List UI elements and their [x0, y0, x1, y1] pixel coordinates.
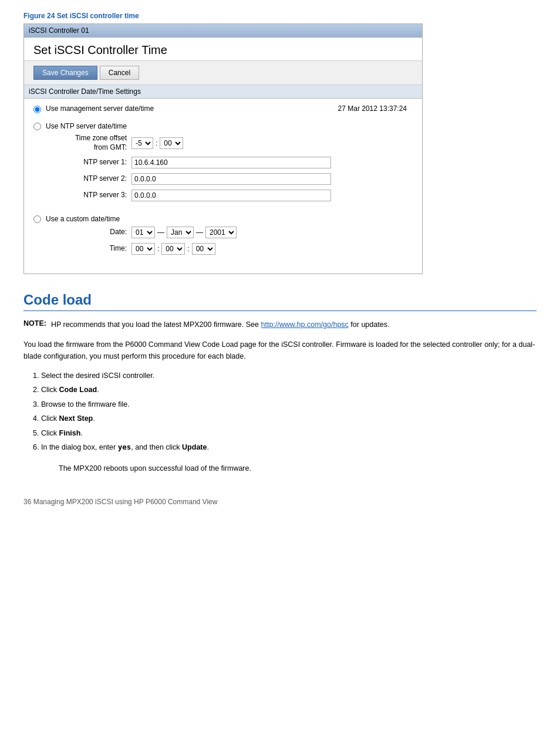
note-label: NOTE: [23, 319, 46, 328]
time-ss-dropdown[interactable]: 00 [192, 243, 215, 255]
custom-time-label: Time: [61, 244, 131, 254]
note-suffix: for updates. [349, 320, 390, 329]
dialog-box: iSCSI Controller 01 Set iSCSI Controller… [23, 23, 423, 274]
dialog-body: Use management server date/time 27 Mar 2… [24, 99, 422, 274]
option-ntp-label: Use NTP server date/time [46, 122, 127, 130]
dialog-title-bar: iSCSI Controller 01 [24, 24, 422, 38]
time-mm-dropdown[interactable]: 00 [161, 243, 185, 255]
note-link[interactable]: http://www.hp.com/go/hpsc [261, 320, 348, 329]
date-dash2: — [196, 228, 203, 237]
ntp-server3-row: NTP server 3: [61, 190, 413, 201]
date-dash1: — [157, 228, 164, 237]
note-text: HP recommends that you load the latest M… [51, 319, 389, 330]
page-footer: 36 Managing MPX200 iSCSI using HP P6000 … [23, 498, 537, 506]
ntp-server1-input[interactable] [131, 157, 331, 168]
timezone-label: Time zone offset from GMT: [61, 134, 131, 152]
option-ntp-radio[interactable] [33, 123, 41, 130]
step-2: Click Code Load. [41, 383, 537, 397]
time-colon1: : [157, 245, 159, 253]
date-year-dropdown[interactable]: 2001 [205, 227, 237, 238]
option-management-value: 27 Mar 2012 13:37:24 [338, 104, 413, 113]
step-4: Click Next Step. [41, 412, 537, 426]
custom-date-label: Date: [61, 228, 131, 237]
custom-sub-section: Date: 01 — Jan — 2001 [61, 227, 413, 255]
option-management-row: Use management server date/time 27 Mar 2… [33, 104, 413, 113]
cancel-button[interactable]: Cancel [100, 66, 139, 80]
date-day-dropdown[interactable]: 01 [131, 227, 155, 238]
option-custom-radio[interactable] [33, 215, 41, 223]
ntp-server3-input[interactable] [131, 190, 331, 201]
note-body: HP recommends that you load the latest M… [51, 320, 261, 329]
save-button[interactable]: Save Changes [33, 66, 97, 80]
ntp-server1-label: NTP server 1: [61, 158, 131, 167]
option-management-label: Use management server date/time [46, 104, 154, 113]
option-ntp-row: Use NTP server date/time Time zone offse… [33, 121, 413, 206]
step-3: Browse to the firmware file. [41, 398, 537, 411]
custom-date-row: Date: 01 — Jan — 2001 [61, 227, 413, 238]
custom-time-row: Time: 00 : 00 : 00 [61, 243, 413, 255]
timezone-row: Time zone offset from GMT: -5 : 00 [61, 134, 413, 152]
ntp-sub-section: Time zone offset from GMT: -5 : 00 NTP s… [61, 134, 413, 201]
step-6-note: The MPX200 reboots upon successful load … [59, 463, 537, 474]
steps-list: Select the desired iSCSI controller. Cli… [41, 369, 537, 454]
ntp-server2-input[interactable] [131, 173, 331, 185]
ntp-server2-label: NTP server 2: [61, 174, 131, 184]
timezone-minutes-dropdown[interactable]: 00 [160, 137, 183, 149]
note-box: NOTE: HP recommends that you load the la… [23, 319, 537, 330]
date-month-dropdown[interactable]: Jan [167, 227, 194, 238]
code-load-section: Code load NOTE: HP recommends that you l… [23, 292, 537, 474]
dialog-header: Set iSCSI Controller Time [24, 38, 422, 61]
ntp-server2-row: NTP server 2: [61, 173, 413, 185]
timezone-hours-dropdown[interactable]: -5 [131, 137, 153, 149]
body-text: You load the firmware from the P6000 Com… [23, 339, 537, 362]
ntp-server1-row: NTP server 1: [61, 157, 413, 168]
time-hh-dropdown[interactable]: 00 [131, 243, 155, 255]
dialog-heading: Set iSCSI Controller Time [33, 43, 413, 57]
code-load-title: Code load [23, 292, 537, 311]
figure-caption: Figure 24 Set iSCSI controller time [23, 12, 537, 20]
dialog-toolbar: Save Changes Cancel [24, 61, 422, 85]
ntp-server3-label: NTP server 3: [61, 191, 131, 200]
section-header: iSCSI Controller Date/Time Settings [24, 85, 422, 99]
timezone-colon: : [156, 139, 157, 147]
time-colon2: : [187, 245, 189, 253]
step-6: In the dialog box, enter yes, and then c… [41, 441, 537, 454]
step-1: Select the desired iSCSI controller. [41, 369, 537, 383]
option-custom-row: Use a custom date/time Date: 01 — Jan — [33, 214, 413, 259]
step-5: Click Finish. [41, 427, 537, 440]
option-custom-label: Use a custom date/time [46, 215, 120, 223]
option-management-radio[interactable] [33, 106, 41, 113]
